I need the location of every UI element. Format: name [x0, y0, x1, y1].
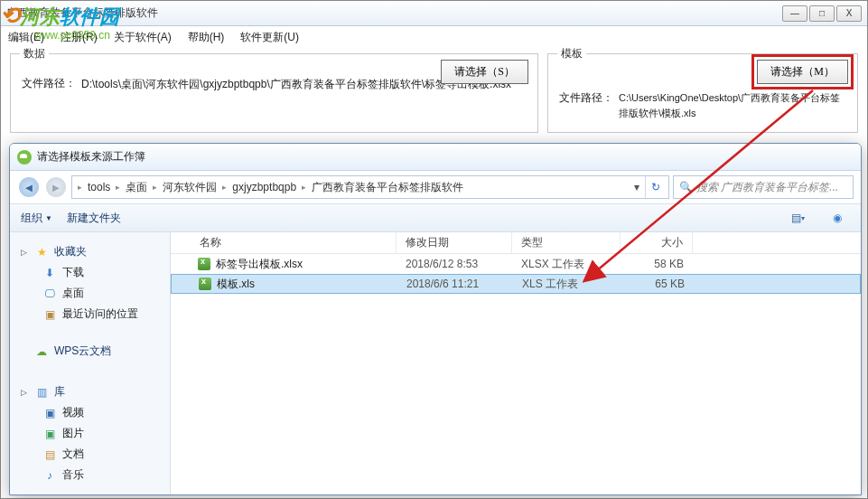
menu-edit[interactable]: 编辑(E) — [8, 30, 44, 45]
sidebar-recent[interactable]: ▣最近访问的位置 — [21, 304, 159, 325]
minimize-button[interactable]: — — [782, 5, 807, 22]
file-row[interactable]: 模板.xls 2018/6/6 11:21 XLS 工作表 65 KB — [171, 274, 861, 294]
file-row[interactable]: 标签导出模板.xlsx 2018/6/12 8:53 XLSX 工作表 58 K… — [171, 254, 861, 274]
main-titlebar[interactable]: 广西教育装备平台标签排版软件 — □ X — [1, 1, 867, 26]
template-path-value: C:\Users\KingOne\Desktop\广西教育装备平台标签排版软件\… — [619, 90, 846, 120]
xls-icon — [199, 278, 211, 290]
menu-update[interactable]: 软件更新(U) — [240, 30, 299, 45]
xlsx-icon — [198, 258, 210, 270]
col-type[interactable]: 类型 — [512, 232, 621, 253]
breadcrumb[interactable]: ▸ tools▸ 桌面▸ 河东软件园▸ gxjyzbptbqpb▸ 广西教育装备… — [71, 175, 669, 199]
menu-register[interactable]: 注册(R) — [61, 30, 98, 45]
content-area: 数据 请选择（S） 文件路径： D:\tools\桌面\河东软件园\gxjyzb… — [1, 48, 867, 138]
sidebar-pictures[interactable]: ▣图片 — [21, 423, 159, 444]
crumb-tools[interactable]: tools — [84, 181, 114, 193]
maximize-button[interactable]: □ — [809, 5, 835, 22]
sidebar-downloads[interactable]: ⬇下载 — [21, 262, 159, 283]
sidebar-desktop[interactable]: 🖵桌面 — [21, 283, 159, 304]
sidebar-docs[interactable]: ▤文档 — [21, 444, 159, 465]
video-icon: ▣ — [42, 406, 57, 420]
music-icon: ♪ — [42, 468, 57, 483]
dialog-title: 请选择模板来源工作簿 — [37, 149, 854, 165]
dialog-body: ▷★收藏夹 ⬇下载 🖵桌面 ▣最近访问的位置 ☁WPS云文档 ▷▥库 ▣视频 ▣… — [10, 232, 861, 494]
close-button[interactable]: X — [836, 5, 862, 22]
sidebar-library[interactable]: ▷▥库 — [21, 381, 159, 402]
view-button[interactable]: ▤▾ — [785, 208, 810, 228]
col-date[interactable]: 修改日期 — [397, 232, 512, 253]
data-path-label: 文件路径： — [22, 76, 76, 91]
template-select-button[interactable]: 请选择（M） — [757, 60, 848, 84]
sidebar: ▷★收藏夹 ⬇下载 🖵桌面 ▣最近访问的位置 ☁WPS云文档 ▷▥库 ▣视频 ▣… — [10, 232, 171, 494]
template-path-label: 文件路径： — [559, 90, 613, 106]
cloud-icon: ☁ — [34, 344, 49, 359]
crumb-hedong[interactable]: 河东软件园 — [159, 180, 220, 195]
data-groupbox: 数据 请选择（S） 文件路径： D:\tools\桌面\河东软件园\gxjyzb… — [10, 53, 538, 133]
main-title: 广西教育装备平台标签排版软件 — [6, 5, 782, 21]
sidebar-favorites[interactable]: ▷★收藏夹 — [21, 241, 159, 262]
col-size[interactable]: 大小 — [621, 232, 693, 253]
file-list: 名称 修改日期 类型 大小 标签导出模板.xlsx 2018/6/12 8:53… — [171, 232, 861, 494]
column-headers: 名称 修改日期 类型 大小 — [171, 232, 861, 254]
toolbar: 组织▼ 新建文件夹 ▤▾ ◉ — [10, 203, 861, 232]
crumb-current[interactable]: 广西教育装备平台标签排版软件 — [308, 180, 467, 195]
address-row: ◄ ► ▸ tools▸ 桌面▸ 河东软件园▸ gxjyzbptbqpb▸ 广西… — [10, 171, 861, 203]
crumb-desktop[interactable]: 桌面 — [122, 180, 151, 195]
data-select-button[interactable]: 请选择（S） — [441, 60, 528, 84]
document-icon: ▤ — [42, 447, 57, 462]
picture-icon: ▣ — [42, 427, 57, 441]
dialog-titlebar[interactable]: 请选择模板来源工作簿 — [10, 144, 861, 171]
refresh-icon[interactable]: ↻ — [645, 176, 665, 198]
search-input[interactable]: 🔍 搜索 广西教育装备平台标签... — [673, 175, 854, 199]
recent-icon: ▣ — [42, 307, 57, 322]
sidebar-wps[interactable]: ☁WPS云文档 — [21, 341, 159, 362]
search-icon: 🔍 — [679, 181, 693, 193]
window-buttons: — □ X — [782, 5, 862, 22]
help-icon[interactable]: ◉ — [825, 208, 850, 228]
template-groupbox: 模板 请选择（M） 文件路径： C:\Users\KingOne\Desktop… — [547, 53, 858, 133]
menu-about[interactable]: 关于软件(A) — [114, 30, 172, 45]
download-icon: ⬇ — [42, 266, 57, 280]
highlight-box: 请选择（M） — [751, 54, 854, 89]
sidebar-music[interactable]: ♪音乐 — [21, 465, 159, 485]
nav-back-button[interactable]: ◄ — [17, 175, 41, 199]
organize-button[interactable]: 组织▼ — [21, 211, 52, 226]
nav-forward-button[interactable]: ► — [44, 175, 68, 199]
dialog-icon — [17, 150, 32, 165]
menu-help[interactable]: 帮助(H) — [188, 30, 225, 45]
template-group-title: 模板 — [557, 46, 586, 61]
desktop-icon: 🖵 — [42, 287, 57, 301]
sidebar-video[interactable]: ▣视频 — [21, 402, 159, 423]
file-dialog: 请选择模板来源工作簿 ◄ ► ▸ tools▸ 桌面▸ 河东软件园▸ gxjyz… — [9, 143, 862, 495]
col-name[interactable]: 名称 — [171, 232, 397, 253]
new-folder-button[interactable]: 新建文件夹 — [67, 211, 121, 226]
menubar: 编辑(E) 注册(R) 关于软件(A) 帮助(H) 软件更新(U) — [1, 26, 867, 48]
library-icon: ▥ — [34, 385, 49, 400]
star-icon: ★ — [34, 245, 49, 259]
data-group-title: 数据 — [20, 46, 49, 61]
crumb-gxjyz[interactable]: gxjyzbptbqpb — [229, 181, 300, 193]
